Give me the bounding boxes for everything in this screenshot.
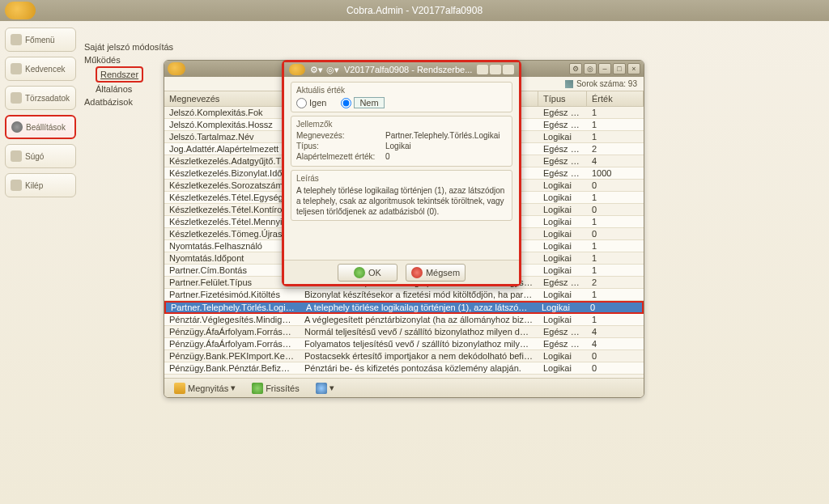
cell: Pénzügy.Bank.Pénztár.Befizetés.... bbox=[164, 363, 300, 373]
dialog-titlebar: ⚙▾ ◎▾ V20177alfa0908 - Rendszerbe... bbox=[284, 62, 519, 77]
star-icon bbox=[11, 63, 22, 74]
dialog-maximize[interactable] bbox=[490, 65, 501, 74]
cell: 1 bbox=[587, 120, 644, 129]
cell: 1 bbox=[587, 193, 644, 202]
gear-icon bbox=[11, 121, 23, 133]
cell: 1000 bbox=[587, 168, 644, 178]
cell: 2 bbox=[587, 144, 644, 154]
prop-default-label: Alapértelmezett érték: bbox=[296, 152, 385, 161]
table-row[interactable]: Pénzügy.ÁfaÁrfolyam.ForrásDát...Normál t… bbox=[164, 326, 644, 338]
col-megnevezes[interactable]: Megnevezés bbox=[164, 91, 300, 106]
sidebar-kilep[interactable]: Kilép bbox=[5, 173, 76, 197]
radio-nem[interactable]: Nem bbox=[341, 97, 384, 108]
cell: Egész szám bbox=[538, 339, 587, 349]
gear-dropdown-icon[interactable]: ⚙ bbox=[569, 63, 582, 74]
app-titlebar: Cobra.Admin - V20177alfa0908 bbox=[0, 0, 829, 21]
search-icon bbox=[316, 383, 327, 394]
tree-mukodes[interactable]: Működés bbox=[84, 53, 173, 66]
cell: Készletkezelés.Adatgyűjtő.Típus bbox=[164, 156, 300, 166]
cell: Egész szám bbox=[538, 108, 587, 117]
sidebar-label: Főmenü bbox=[25, 36, 55, 44]
tree-rendszer[interactable]: Rendszer bbox=[96, 66, 143, 83]
list-icon bbox=[11, 92, 22, 104]
cell: Egész szám bbox=[538, 277, 587, 287]
close-button[interactable]: × bbox=[627, 63, 640, 74]
radio-nem-label: Nem bbox=[354, 97, 384, 108]
check-icon bbox=[354, 267, 365, 278]
dialog-minimize[interactable] bbox=[477, 65, 488, 74]
cell: 1 bbox=[587, 290, 644, 299]
cell: Nyomtatás.Felhasználó bbox=[164, 241, 300, 251]
sidebar-kedvencek[interactable]: Kedvencek bbox=[5, 57, 76, 81]
table-row[interactable]: Pénzügy.Bank.PEKImport.Keresé...Postacse… bbox=[164, 350, 644, 362]
table-row[interactable]: Pénztár.Véglegesítés.MindigMent...A végl… bbox=[164, 314, 644, 326]
radio-igen-input[interactable] bbox=[296, 98, 307, 108]
cell: Jelszó.Komplexitás.Hossz bbox=[164, 120, 300, 129]
cell: 2 bbox=[587, 277, 644, 287]
refresh-button[interactable]: Frissítés bbox=[247, 381, 304, 396]
gear-icon[interactable]: ⚙▾ bbox=[310, 65, 323, 75]
table-row[interactable]: Partner.Fizetésimód.KitöltésBizonylat ké… bbox=[164, 289, 644, 301]
cell: Pénzügy.ÁfaÁrfolyam.ForrásDát... bbox=[164, 339, 300, 349]
group-desc-title: Leírás bbox=[296, 174, 507, 183]
cell: 1 bbox=[587, 315, 644, 324]
ok-button[interactable]: OK bbox=[338, 264, 397, 282]
cell: Partner.Fizetésimód.Kitöltés bbox=[164, 290, 300, 299]
cell: Logikai bbox=[538, 241, 587, 251]
table-row[interactable]: Partner.Telephely.Törlés.LogikaiA teleph… bbox=[164, 301, 644, 314]
cancel-button[interactable]: Mégsem bbox=[406, 264, 466, 282]
window-toolbar: Megnyitás ▾ Frissítés ▾ bbox=[164, 378, 644, 397]
cell: Egész szám bbox=[538, 120, 587, 129]
app-logo-icon bbox=[5, 2, 36, 19]
cell: 1 bbox=[587, 241, 644, 251]
cell: Logikai bbox=[538, 290, 587, 299]
cell: 0 bbox=[587, 363, 644, 373]
search-button[interactable]: ▾ bbox=[311, 381, 339, 396]
cell: Készletkezelés.Bizonylat.Időtúllépés bbox=[164, 168, 300, 178]
compass-icon[interactable]: ◎ bbox=[584, 63, 597, 74]
folder-open-icon bbox=[174, 383, 185, 394]
cell: Logikai bbox=[538, 253, 587, 263]
cell: 1 bbox=[587, 253, 644, 263]
sidebar-label: Beállítások bbox=[26, 123, 66, 132]
table-row[interactable]: Pénzügy.Bank.Pénztár.Befizetés....Pénztá… bbox=[164, 362, 644, 375]
cell: 0 bbox=[587, 205, 644, 214]
sidebar-sugo[interactable]: Súgó bbox=[5, 144, 76, 168]
cell: Logikai bbox=[537, 303, 585, 312]
cell: Bizonylat készítésekor a fizetési mód ki… bbox=[300, 290, 538, 299]
sidebar-label: Kedvencek bbox=[25, 65, 65, 74]
cell: Pénztár.Véglegesítés.MindigMent... bbox=[164, 315, 300, 324]
cell: Logikai bbox=[538, 265, 587, 275]
cell: Partner.Cím.Bontás bbox=[164, 265, 300, 275]
col-tipus[interactable]: Típus bbox=[538, 91, 587, 106]
tree-adatbazisok[interactable]: Adatbázisok bbox=[84, 95, 173, 108]
app-title: Cobra.Admin - V20177alfa0908 bbox=[346, 5, 483, 16]
sidebar-torzsadatok[interactable]: Törzsadatok bbox=[5, 86, 76, 110]
cell: Pénzügy.ÁfaÁrfolyam.ForrásDát... bbox=[164, 327, 300, 337]
group-actual-title: Aktuális érték bbox=[296, 86, 507, 95]
cell: Postacsekk értesítő importjakor a nem de… bbox=[300, 351, 538, 361]
table-row[interactable]: Pénzügy.ÁfaÁrfolyam.ForrásDát...Folyamat… bbox=[164, 338, 644, 350]
desc-text: A telephely törlése logikailag történjen… bbox=[296, 185, 507, 217]
col-ertek[interactable]: Érték bbox=[587, 91, 644, 106]
dialog-title: V20177alfa0908 - Rendszerbe... bbox=[344, 65, 472, 74]
cell: Logikai bbox=[538, 132, 587, 142]
tree-altalanos[interactable]: Általános bbox=[96, 83, 173, 95]
sidebar-beallitasok[interactable]: Beállítások bbox=[5, 115, 76, 139]
minimize-button[interactable]: – bbox=[598, 63, 611, 74]
maximize-button[interactable]: □ bbox=[613, 63, 626, 74]
cell: Logikai bbox=[538, 217, 587, 227]
radio-igen[interactable]: Igen bbox=[296, 98, 326, 108]
cell: Nyomtatás.Időpont bbox=[164, 253, 300, 263]
compass-icon[interactable]: ◎▾ bbox=[326, 65, 339, 75]
group-desc: Leírás A telephely törlése logikailag tö… bbox=[291, 170, 512, 221]
open-button[interactable]: Megnyitás ▾ bbox=[169, 381, 240, 396]
cell: Logikai bbox=[538, 180, 587, 190]
radio-nem-input[interactable] bbox=[341, 98, 351, 108]
sidebar-fomenu[interactable]: Főmenü bbox=[5, 28, 76, 52]
tree-sajat-jelszo[interactable]: Saját jelszó módosítás bbox=[84, 40, 173, 53]
cell: Egész szám bbox=[538, 144, 587, 154]
window-logo-icon bbox=[168, 62, 185, 75]
help-icon bbox=[11, 150, 22, 162]
dialog-close[interactable] bbox=[503, 65, 514, 74]
